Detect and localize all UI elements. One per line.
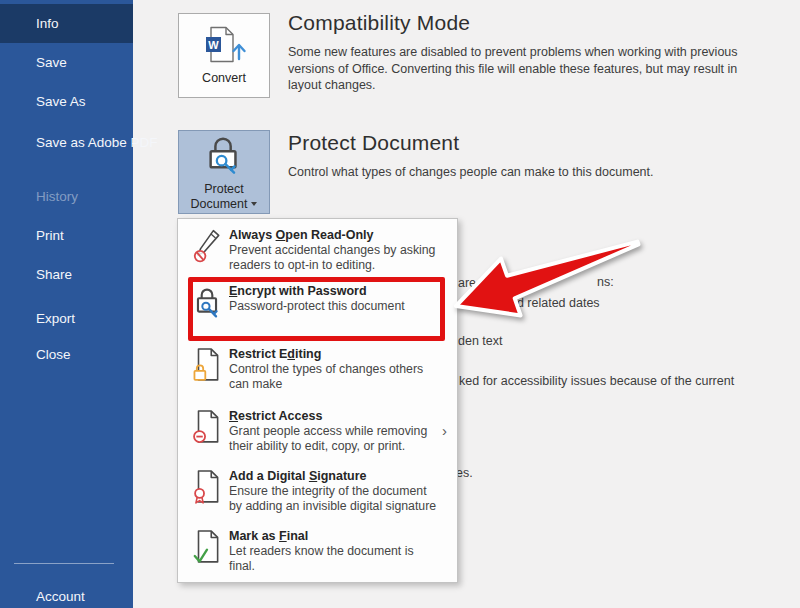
chevron-down-icon [251,202,257,206]
backstage-sidebar: Info Save Save As Save as Adobe PDF Hist… [0,0,133,608]
title-part: iting [295,347,321,361]
menu-item-description: Grant people access while removing their… [229,424,427,453]
compatibility-mode-description: Some new features are disabled to preven… [288,44,768,94]
menu-item-title: Encrypt with Password [229,283,405,299]
protect-button-label: Protect Document [191,182,258,212]
menu-item-description: Ensure the integrity of the document by … [229,484,436,513]
compatibility-mode-heading: Compatibility Mode [288,11,470,35]
occluded-text-fragment: are [458,276,476,290]
title-part: Restrict E [229,347,287,361]
protect-document-description: Control what types of changes people can… [288,164,758,181]
menu-item-text: Restrict Editing Control the types of ch… [229,346,423,391]
title-part: estrict Access [238,409,322,423]
menu-item-description: Control the types of changes others can … [229,362,423,391]
sidebar-item-label: Print [36,228,64,243]
menu-item-description: Password-protect this document [229,299,405,314]
svg-text:W: W [208,38,219,50]
document-blocked-icon [190,408,224,444]
lock-key-icon [190,283,224,319]
chevron-right-icon: › [442,422,451,439]
sidebar-item-save[interactable]: Save [0,55,133,70]
sidebar-item-save-as-adobe-pdf[interactable]: Save as Adobe PDF [0,133,133,152]
title-accelerator: d [287,347,295,361]
title-accelerator: R [229,409,238,423]
sidebar-item-label: Save As [36,94,86,109]
menu-item-text: Mark as Final Let readers know the docum… [229,528,414,573]
title-part: Add a Digital [229,469,309,483]
protect-button-label-line1: Protect [204,182,244,196]
sidebar-item-label: History [36,189,78,204]
title-accelerator: F [279,529,287,543]
title-part: Mark as [229,529,279,543]
sidebar-item-history: History [0,189,133,204]
sidebar-item-label: Save as Adobe PDF [36,133,164,152]
title-part: inal [287,529,309,543]
title-accelerator: O [276,228,286,242]
menu-item-always-open-read-only[interactable]: Always Open Read-Only Prevent accidental… [190,227,451,272]
sidebar-item-label: Export [36,311,75,326]
title-part: pen Read-Only [285,228,373,242]
sidebar-item-label: Close [36,347,71,362]
menu-item-title: Mark as Final [229,528,414,544]
title-part: ncrypt with Password [237,284,366,298]
menu-item-text: Add a Digital Signature Ensure the integ… [229,468,436,513]
protect-document-dropdown-menu: Always Open Read-Only Prevent accidental… [177,218,458,583]
menu-item-text: Always Open Read-Only Prevent accidental… [229,227,435,272]
sidebar-item-label: Account [36,589,85,604]
title-part: ignature [317,469,366,483]
sidebar-item-label: Info [36,16,59,31]
menu-item-title: Always Open Read-Only [229,227,435,243]
menu-item-description: Let readers know the document is final. [229,544,414,573]
menu-item-text: Restrict Access Grant people access whil… [229,408,427,453]
sidebar-item-info[interactable]: Info [0,4,133,43]
menu-item-mark-as-final[interactable]: Mark as Final Let readers know the docum… [190,528,451,573]
protect-document-heading: Protect Document [288,131,459,155]
menu-item-add-a-digital-signature[interactable]: Add a Digital Signature Ensure the integ… [190,468,451,513]
menu-item-restrict-editing[interactable]: Restrict Editing Control the types of ch… [190,346,451,391]
word-document-convert-icon: W [201,26,247,68]
document-check-icon [190,528,224,564]
sidebar-item-account[interactable]: Account [0,589,133,604]
menu-item-title: Restrict Editing [229,346,423,362]
word-backstage-info-page: Info Save Save As Save as Adobe PDF Hist… [0,0,800,608]
protect-button-label-line2: Document [191,197,248,211]
convert-button-label: Convert [202,71,246,86]
lock-key-icon [203,133,245,179]
menu-item-text: Encrypt with Password Password-protect t… [229,283,405,314]
occluded-text-fragment: ns: [597,275,614,289]
sidebar-item-share[interactable]: Share [0,267,133,282]
occluded-text-fragment: es. [456,466,473,480]
sidebar-item-print[interactable]: Print [0,228,133,243]
menu-item-description: Prevent accidental changes by asking rea… [229,243,435,272]
protect-document-button[interactable]: Protect Document [178,130,270,214]
occluded-text-fragment: ked for accessibility issues because of … [459,374,734,388]
menu-item-restrict-access[interactable]: Restrict Access Grant people access whil… [190,408,451,453]
document-ribbon-icon [190,468,224,504]
sidebar-item-close[interactable]: Close [0,347,133,362]
sidebar-item-export[interactable]: Export [0,311,133,326]
sidebar-item-label: Save [36,55,67,70]
title-accelerator: S [309,469,317,483]
pencil-blocked-icon [190,227,224,263]
sidebar-item-label: Share [36,267,72,282]
menu-item-encrypt-with-password[interactable]: Encrypt with Password Password-protect t… [190,283,451,319]
occluded-text-fragment: den text [458,334,502,348]
document-lock-icon [190,346,224,382]
sidebar-item-save-as[interactable]: Save As [0,94,133,109]
menu-item-title: Add a Digital Signature [229,468,436,484]
title-part: Always [229,228,276,242]
occluded-text-fragment: and related dates [503,296,600,310]
sidebar-divider [14,563,114,564]
convert-button[interactable]: W Convert [178,13,270,98]
menu-item-title: Restrict Access [229,408,427,424]
